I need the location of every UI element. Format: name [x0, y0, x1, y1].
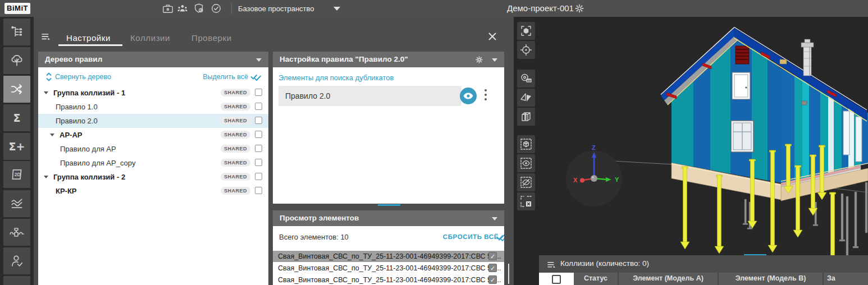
sum-plus-icon[interactable]: Σ+ [3, 133, 30, 160]
show-selection-icon[interactable] [517, 154, 535, 172]
element-checkbox[interactable]: ✓ [488, 252, 497, 260]
shared-badge: SHARED [221, 187, 250, 195]
collapse-panel-icon[interactable] [256, 58, 262, 62]
elements-view-header[interactable]: Просмотр элементов [273, 210, 504, 226]
flag-icon[interactable] [3, 276, 30, 285]
expand-caret-icon[interactable] [44, 176, 48, 178]
shared-badge: SHARED [221, 117, 250, 125]
tree-item-checkbox[interactable] [255, 145, 262, 152]
tree-item-checkbox[interactable] [255, 89, 262, 96]
expand-collapse-icon[interactable] [45, 72, 52, 81]
gable-door [732, 72, 750, 99]
gear-icon[interactable] [574, 3, 586, 14]
tree-item-rule-2-0[interactable]: Правило 2.0 SHARED [38, 114, 268, 128]
plugins-icon[interactable] [3, 219, 30, 246]
expand-caret-icon[interactable] [50, 134, 54, 136]
tab-settings[interactable]: Настройки [66, 33, 111, 43]
collapse-panel-icon[interactable] [492, 217, 497, 220]
expand-caret-icon[interactable] [44, 91, 48, 94]
select-all-link[interactable]: Выделить всё [203, 73, 248, 81]
3d-viewport[interactable]: Z Y X Коллизии (количество: 0) Статус Эл… [514, 17, 868, 285]
panel-menu-icon[interactable] [40, 31, 52, 45]
section-flip-icon[interactable] [517, 89, 535, 107]
panel-resize-handle[interactable] [378, 204, 400, 206]
tree-item-rule-1-0[interactable]: Правило 1.0 SHARED [38, 100, 268, 114]
rule-tree-body: Свернуть дерево Выделить всё Группа колл… [38, 67, 268, 285]
clash-shuffle-icon[interactable] [3, 76, 30, 103]
duplicate-elements-link[interactable]: Элементы для поиска дубликатов [278, 73, 394, 82]
gear-icon[interactable] [474, 55, 484, 65]
select-all-checkbox[interactable] [552, 275, 561, 284]
tree-item-checkbox[interactable] [255, 131, 262, 138]
tree-item-checkbox[interactable] [255, 159, 262, 166]
workspace-selector[interactable]: Базовое пространство [238, 4, 314, 13]
tree-item-rule-for-ar-copy[interactable]: Правило для АР_copy SHARED [38, 156, 268, 170]
tab-checks[interactable]: Проверки [191, 33, 232, 43]
double-check-icon[interactable] [250, 72, 262, 81]
chevron-down-icon[interactable] [334, 7, 340, 11]
svg-text:2D: 2D [15, 172, 21, 177]
target-icon[interactable] [517, 41, 535, 59]
panel-menu-icon[interactable] [546, 260, 557, 273]
tree-item-checkbox[interactable] [255, 187, 262, 194]
column-note[interactable]: За [824, 273, 868, 285]
shared-badge: SHARED [221, 173, 250, 181]
shared-badge: SHARED [221, 131, 250, 139]
elements-view-panel: Просмотр элементов Всего элементов: 10 С… [273, 210, 504, 285]
rule-settings-body: Элементы для поиска дубликатов Правило 2… [273, 67, 504, 204]
duplicate-search-field[interactable]: Правило 2.0 [278, 86, 462, 106]
rule-tree-header[interactable]: Дерево правил [38, 52, 268, 67]
tree-item-checkbox[interactable] [255, 103, 262, 110]
tab-collisions[interactable]: Коллизии [130, 33, 170, 43]
column-element-a[interactable]: Элемент (Модель А) [619, 273, 719, 285]
element-row[interactable]: Свая_Винтовая_СВС_по_ТУ_25-11-23-001-469… [273, 274, 504, 285]
tree-item-kr-kr[interactable]: КР-КР SHARED [38, 184, 268, 198]
rule-tree-panel: Дерево правил Свернуть дерево Выделить в… [38, 52, 268, 285]
environment-tree-icon[interactable] [3, 47, 30, 74]
kebab-menu-icon[interactable] [485, 89, 487, 103]
collapse-tree-link[interactable]: Свернуть дерево [55, 73, 111, 81]
column-status[interactable]: Статус [574, 273, 619, 285]
shared-badge: SHARED [221, 89, 250, 96]
hide-selection-icon[interactable] [517, 173, 535, 191]
team-icon[interactable] [176, 3, 189, 14]
shared-badge: SHARED [221, 159, 250, 167]
element-checkbox[interactable]: ✓ [488, 275, 497, 284]
tree-item-checkbox[interactable] [255, 117, 262, 124]
collapse-panel-icon[interactable] [492, 58, 497, 62]
shared-badge: SHARED [221, 145, 250, 153]
2d-view-icon[interactable]: 2D [3, 161, 30, 188]
tree-item-checkbox[interactable] [255, 173, 262, 180]
shield-check-icon[interactable] [193, 3, 205, 14]
tree-item-group-1[interactable]: Группа коллизий - 1 SHARED [38, 86, 268, 100]
element-row[interactable]: Свая_Винтовая_СВС_по_ТУ_25-11-23-001-469… [273, 263, 504, 274]
column-element-b[interactable]: Элемент (Модель B) [719, 273, 824, 285]
fit-view-icon[interactable] [517, 22, 535, 40]
section-box-icon[interactable] [517, 108, 535, 126]
uncheck-all-icon[interactable] [496, 233, 504, 242]
close-icon[interactable] [487, 31, 497, 42]
axis-gizmo[interactable]: Z Y X [558, 142, 631, 215]
tree-item-rule-for-ar[interactable]: Правило для АР SHARED [38, 142, 268, 156]
rule-settings-header[interactable]: Настройка правила "Правило 2.0" [273, 52, 504, 67]
tree-item-ar-ar[interactable]: АР-АР SHARED [38, 128, 268, 142]
check-circle-icon[interactable] [210, 3, 222, 14]
collisions-panel: Коллизии (количество: 0) Статус Элемент … [539, 255, 868, 285]
tree-item-group-2[interactable]: Группа коллизий - 2 SHARED [38, 170, 268, 184]
element-checkbox[interactable]: ✓ [488, 264, 497, 272]
topbar-divider [231, 3, 232, 14]
scrollbar-thumb[interactable] [508, 264, 509, 284]
sum-icon[interactable]: Σ [3, 104, 30, 131]
measure-tape-icon[interactable] [517, 70, 535, 88]
clear-selection-icon[interactable] [517, 192, 535, 210]
model-tree-icon[interactable] [3, 19, 30, 45]
left-icon-rail: Σ Σ+ 2D [0, 17, 34, 285]
reset-all-link[interactable]: СБРОСИТЬ ВСЁ [443, 233, 499, 240]
user-check-icon[interactable] [3, 247, 30, 274]
isolate-cube-icon[interactable] [517, 135, 535, 153]
graphs-icon[interactable] [3, 190, 30, 217]
element-row[interactable]: Свая_Винтовая_СВС_по_ТУ_25-11-23-001-469… [273, 251, 504, 262]
collisions-title: Коллизии (количество: 0) [560, 259, 649, 268]
briefcase-icon[interactable] [162, 3, 174, 14]
eye-icon[interactable] [460, 88, 477, 104]
